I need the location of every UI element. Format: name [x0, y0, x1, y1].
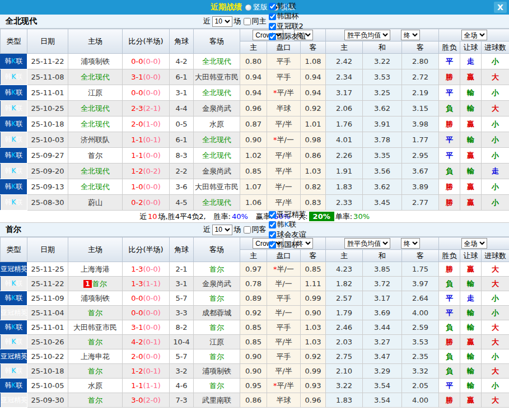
match-date: 25-09-27 — [27, 148, 68, 164]
team-name-1: 首尔 — [6, 225, 21, 235]
fulltime-select-0[interactable]: 全场 — [461, 30, 487, 40]
handicap-away-odds: 0.93 — [301, 379, 326, 393]
col-type: 类型 — [1, 29, 27, 54]
handicap-result: 輸 — [460, 277, 482, 291]
handicap-result: 輸 — [460, 306, 482, 320]
league-filter[interactable]: 韩K联 — [268, 1, 306, 11]
goals-result: 小 — [482, 54, 509, 69]
match-result: 勝 — [439, 195, 460, 211]
fulltime-group-1: 全场 — [439, 237, 509, 250]
avg-away-odds: 2.05 — [402, 379, 439, 393]
league-checkbox[interactable] — [269, 23, 276, 30]
corners: 3-1 — [170, 85, 194, 101]
match-result: 平 — [439, 85, 460, 101]
match-count-select-0[interactable]: 10 — [212, 16, 232, 27]
league-filter[interactable]: 国际友谊 — [268, 31, 306, 41]
match-type-badge: 韩K联 — [1, 101, 27, 116]
avg-draw-odds: 3.53 — [363, 69, 402, 85]
close-button[interactable]: X — [494, 2, 507, 13]
avg-odds-select-0[interactable]: 胜平负均值 — [344, 30, 390, 40]
match-date: 25-10-03 — [27, 132, 68, 148]
fulltime-score: 0-0 — [131, 57, 143, 66]
handicap-result: 輸 — [460, 349, 482, 364]
league-checkbox[interactable] — [269, 3, 276, 10]
match-date: 25-10-25 — [27, 101, 68, 116]
handicap-line: 平/半 — [267, 116, 301, 132]
league-checkbox[interactable] — [269, 231, 276, 239]
home-team-name: 首尔 — [88, 367, 102, 375]
league-checkbox[interactable] — [269, 221, 276, 228]
fulltime-select-1[interactable]: 全场 — [461, 238, 487, 249]
fulltime-score: 1-0 — [131, 183, 143, 191]
handicap-result: 輸 — [460, 164, 482, 179]
handicap-home-odds: 0.85 — [240, 320, 267, 335]
away-team: 武里南联 — [194, 393, 240, 408]
k-letter: K — [12, 167, 16, 175]
league-filter[interactable]: 球会友谊 — [268, 230, 306, 240]
handicap-away-odds: 0.83 — [301, 195, 326, 211]
matches-tbody-0: 韩K联25-11-22浦项制铁0-0(0-0)4-2全北现代0.80平手1.08… — [1, 54, 509, 211]
league-filter[interactable]: 亚冠精英 — [268, 209, 306, 220]
avg-home-odds: 3.17 — [326, 85, 363, 101]
avg-draw-odds: 3.45 — [363, 195, 402, 211]
halftime-score: (2-0) — [143, 396, 160, 404]
goals-result: 大 — [482, 364, 509, 379]
match-type-badge: 韩K联 — [1, 179, 27, 195]
match-count-select-1[interactable]: 10 — [212, 225, 232, 235]
near-label: 近 — [203, 225, 211, 235]
k-letter: K — [12, 279, 16, 287]
league-filter[interactable]: 亚冠联2 — [268, 21, 306, 31]
avg-odds-select-1[interactable]: 胜平负均值 — [344, 238, 390, 249]
league-filter[interactable]: 韩国杯 — [268, 11, 306, 21]
col-corners: 角球 — [170, 237, 194, 262]
league-checkbox[interactable] — [269, 13, 276, 20]
same-venue-filter-0[interactable]: 同主 — [243, 16, 267, 26]
final-odds-select-1b[interactable]: 终 — [401, 238, 420, 249]
handicap-home-odds: 0.94 — [240, 69, 267, 85]
corners: 7-3 — [170, 393, 194, 408]
avg-away-odds: 1.75 — [402, 262, 439, 277]
handicap-away-odds: 0.82 — [301, 179, 326, 195]
score: 3-1(0-0) — [123, 69, 170, 85]
matches-tbody-1: 亚冠精英25-11-25上海海港1-3(0-0)2-1首尔0.97*半/一0.8… — [1, 262, 509, 408]
match-row: 韩K联25-09-20全北现代1-2(0-2)2-2金泉尚武0.85平/半1.0… — [1, 164, 509, 179]
match-row: 韩K联25-10-18全北现代2-0(1-0)0-5水原0.87平/半1.011… — [1, 116, 509, 132]
handicap-home-odds: 0.95 — [240, 379, 267, 393]
halftime-score: (1-1) — [143, 279, 160, 288]
away-team: 大田韩亚市民 — [194, 179, 240, 195]
handicap-line: 半/一 — [267, 306, 301, 320]
match-date: 25-11-01 — [27, 85, 68, 101]
score: 1-1(0-0) — [123, 148, 170, 164]
avg-home-odds: 2.10 — [326, 364, 363, 379]
league-label: 韩国杯 — [277, 240, 299, 250]
home-team: 全北现代 — [68, 164, 123, 179]
away-team-name: 浦项制铁 — [202, 367, 231, 375]
same-venue-checkbox-0[interactable] — [244, 18, 251, 25]
home-team-name: 大田韩亚市民 — [73, 323, 117, 332]
same-venue-filter-1[interactable]: 同客 — [243, 225, 267, 235]
handicap-away-odds: 0.94 — [301, 85, 326, 101]
league-filter[interactable]: 韩K联 — [268, 220, 306, 230]
score: 1-1(0-1) — [123, 132, 170, 148]
match-row: 韩K联25-11-09浦项制铁0-0(0-0)5-7首尔0.89平手0.992.… — [1, 291, 509, 306]
league-filter[interactable]: 韩国杯 — [268, 240, 306, 250]
league-label: 球会友谊 — [277, 230, 306, 240]
score: 0-0(0-0) — [123, 54, 170, 69]
handicap-line: 平手 — [267, 320, 301, 335]
handicap-result: 贏 — [460, 116, 482, 132]
league-checkbox[interactable] — [269, 241, 276, 249]
handicap-result: 贏 — [460, 195, 482, 211]
final-odds-select-0b[interactable]: 终 — [401, 30, 420, 40]
league-checkbox[interactable] — [269, 211, 276, 218]
avg-home-odds: 2.46 — [326, 320, 363, 335]
same-venue-checkbox-1[interactable] — [244, 226, 251, 234]
match-type-badge: 韩K联 — [1, 164, 27, 179]
match-result: 勝 — [439, 69, 460, 85]
home-team-name: 首尔 — [92, 279, 107, 288]
k-letter: K — [12, 104, 16, 112]
away-team: 首尔 — [194, 349, 240, 364]
handicap-home-odds: 0.90 — [240, 349, 267, 364]
league-checkbox[interactable] — [269, 33, 276, 40]
match-date: 25-10-26 — [27, 335, 68, 349]
league-label: 亚冠联2 — [277, 21, 303, 31]
